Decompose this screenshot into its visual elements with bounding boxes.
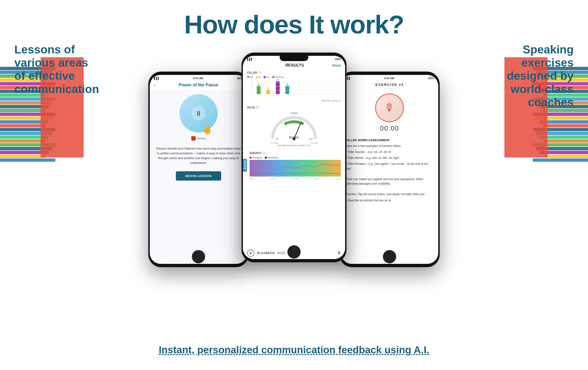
timer-display: 00:00: [341, 125, 438, 132]
chart-legend: like so um you know: [247, 76, 341, 78]
pace-gauge: Great 100 150: [247, 111, 341, 148]
chart-y-labels: 4 3 2 1 0: [247, 79, 252, 94]
gauge-wrap: 100 150 RANGE: [270, 115, 318, 141]
legend-like: like: [247, 76, 253, 78]
content-title: FILLER WORD ASSESSMENT: [346, 138, 433, 143]
exercise-content: FILLER WORD ASSESSMENT Here are a few ex…: [341, 136, 438, 207]
mandel-badge: [191, 136, 196, 140]
phone-left-nav: ‹ Power of the Pause: [150, 81, 247, 90]
exercise-title: EXERCISE #3: [376, 82, 404, 87]
filler-label: FILLER ?: [247, 71, 341, 74]
energy-info-icon[interactable]: ?: [263, 151, 266, 155]
playback-time: 01:04: [278, 251, 285, 255]
legend-so: so: [256, 76, 261, 78]
energy-chart: [250, 160, 341, 177]
play-button[interactable]: ▶: [247, 250, 254, 257]
battery-display: 100%: [428, 77, 434, 80]
practice-bullet: • Describe an activity that you do at: [346, 198, 433, 203]
phone-left: ▌▌▌ 9:41 AM 100% ‹ Power of the Pause ⏸ …: [148, 71, 249, 267]
hand-pointer-icon: ☝: [199, 122, 214, 136]
phone-right: ▌▌▌ 9:41 AM 100% EXERCISE #3 🎙 00:00 FIL…: [339, 71, 440, 267]
legend-youknow: you know: [272, 76, 284, 78]
share-button[interactable]: ⬆: [337, 250, 341, 256]
playback-label: PLAYBACK: [257, 251, 275, 255]
phone-left-screen: ▌▌▌ 9:41 AM 100% ‹ Power of the Pause ⏸ …: [150, 75, 247, 264]
practice-label: Practice: Tap the record button, and spe…: [346, 192, 433, 197]
pace-speed-labels: too slow too fast: [270, 142, 318, 144]
results-header: RESULTS Done: [243, 61, 345, 69]
phones-container: ▌▌▌ 9:41 AM 100% ‹ Power of the Pause ⏸ …: [148, 52, 440, 267]
filler-info-icon[interactable]: ?: [258, 71, 262, 74]
total-fillers: total filler words: 8: [247, 100, 341, 102]
energy-wave-svg: [250, 160, 341, 177]
filler-section: FILLER ? like so um: [243, 69, 345, 103]
home-button-center[interactable]: [287, 245, 301, 259]
energy-legend: energetic monotone: [250, 156, 341, 159]
energy-label: ENERGY ?: [250, 151, 341, 155]
phone-right-status-bar: ▌▌▌ 9:41 AM 100%: [341, 75, 438, 81]
paragraph-2: Their use makes you appear nervous and u…: [346, 177, 433, 186]
great-label: Great: [291, 112, 297, 114]
svg-text:150: 150: [309, 138, 313, 140]
pace-section: PACE ? Great: [243, 104, 345, 149]
phone-left-status-bar: ▌▌▌ 9:41 AM 100%: [150, 75, 247, 81]
notch: [280, 56, 308, 61]
avg-wpm: average words per minute: 112: [278, 144, 310, 147]
hero-section: ⏸ ☝ Mandel: [150, 90, 247, 143]
legend-energetic: energetic: [250, 156, 262, 159]
bottom-tagline: Instant, personalized communication feed…: [159, 344, 430, 356]
subtitle-left: Lessons of various areas of effective co…: [14, 43, 95, 96]
chart-grid: [254, 79, 341, 94]
lesson-body-text: Pauses benefit your listeners the same w…: [150, 143, 247, 169]
page-title: How does It work?: [0, 0, 588, 39]
battery-display: 100%: [335, 58, 341, 60]
exercise-header: EXERCISE #3: [341, 81, 438, 89]
time-display: 9:41 AM: [193, 77, 203, 80]
done-button[interactable]: Done: [332, 63, 341, 67]
nav-title: Power of the Pause: [179, 82, 218, 88]
pause-circle: ⏸ ☝: [179, 94, 218, 132]
back-button[interactable]: ‹: [154, 82, 155, 88]
svg-text:100: 100: [275, 138, 279, 140]
mic-icon: 🎙: [384, 102, 395, 114]
legend-um: um: [264, 76, 269, 78]
home-button-right[interactable]: [383, 250, 396, 263]
energy-section: MORE ENERGY ? energetic monotone: [243, 150, 345, 181]
pace-info-icon[interactable]: ?: [256, 106, 259, 109]
phone-center-screen: ▌▌▌ 9:41 AM 100% RESULTS Done FILLER ?: [243, 56, 345, 259]
phone-center: ▌▌▌ 9:41 AM 100% RESULTS Done FILLER ?: [242, 52, 346, 262]
signal-icon: ▌▌▌: [247, 58, 253, 60]
mandel-logo: Mandel: [191, 136, 206, 140]
legend-monotone: monotone: [265, 156, 278, 159]
filler-bar-chart: 4 3 2 1 0 2 1: [247, 79, 341, 99]
signal-icon: ▌▌▌: [154, 77, 159, 80]
home-button-left[interactable]: [192, 250, 205, 263]
bullet-3: • Filler Phrases – e.g. "you agree", "yo…: [346, 162, 433, 171]
subtitle-right: Speaking exercises designed by world-cla…: [493, 43, 574, 109]
results-title: RESULTS: [257, 63, 332, 68]
mandel-text: Mandel: [197, 137, 206, 140]
energy-time-labels: 00:05 00:15 00:30 00:45 01:00: [250, 178, 341, 180]
begin-lesson-button[interactable]: BEGIN LESSON: [176, 171, 221, 180]
time-display: 9:41 AM: [384, 77, 394, 80]
phone-right-screen: ▌▌▌ 9:41 AM 100% EXERCISE #3 🎙 00:00 FIL…: [341, 75, 438, 264]
bullet-1: • Filler Sounds – e.g. um, uh, ah, er: [346, 150, 433, 154]
pause-icon: ⏸: [191, 106, 206, 120]
more-tab[interactable]: MORE: [243, 159, 247, 172]
mic-circle[interactable]: 🎙: [375, 93, 404, 122]
pace-label: PACE ?: [247, 106, 341, 109]
bullet-2: • Filler Words – e.g. and, so, like, ok,…: [346, 156, 433, 160]
content-body: Here are a few examples of common filler…: [346, 144, 433, 148]
pace-range-label: RANGE: [289, 136, 299, 139]
